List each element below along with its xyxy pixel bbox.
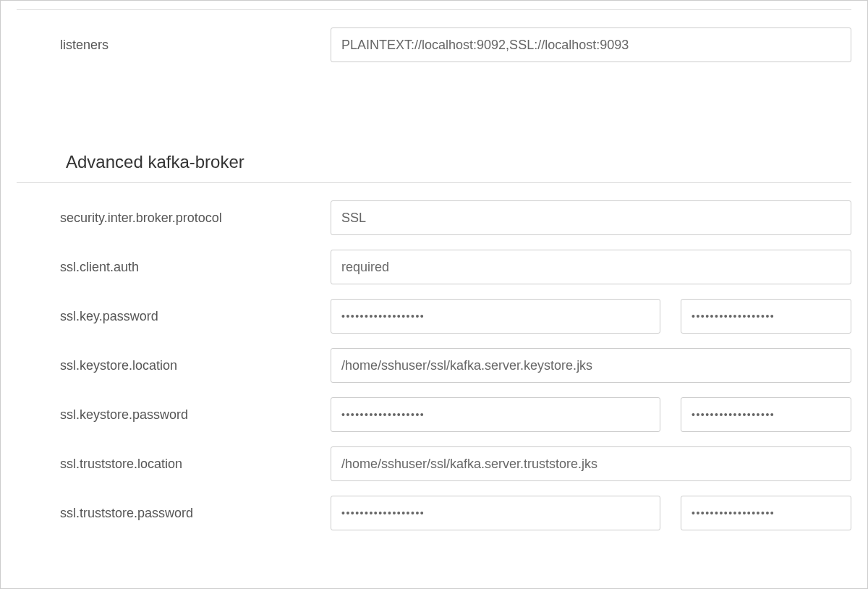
field-label: ssl.keystore.password xyxy=(60,407,331,423)
ssl-keystore-location-input[interactable] xyxy=(331,348,851,383)
config-row-ssl-truststore-password: ssl.truststore.password xyxy=(1,488,867,538)
config-row-listeners: listeners xyxy=(1,10,867,80)
ssl-keystore-password-input[interactable] xyxy=(331,397,660,432)
field-label-listeners: listeners xyxy=(60,38,331,53)
config-panel: listeners Advanced kafka-broker security… xyxy=(0,0,868,589)
field-label: security.inter.broker.protocol xyxy=(60,211,331,226)
field-label: ssl.truststore.password xyxy=(60,506,331,521)
field-label: ssl.client.auth xyxy=(60,260,331,275)
config-row-ssl-client-auth: ssl.client.auth xyxy=(1,242,867,292)
config-row-ssl-keystore-password: ssl.keystore.password xyxy=(1,390,867,439)
ssl-keystore-password-confirm-input[interactable] xyxy=(681,397,851,432)
field-label: ssl.truststore.location xyxy=(60,457,331,472)
ssl-truststore-password-confirm-input[interactable] xyxy=(681,496,851,530)
ssl-truststore-location-input[interactable] xyxy=(331,446,851,481)
config-row-ssl-truststore-location: ssl.truststore.location xyxy=(1,439,867,488)
listeners-input[interactable] xyxy=(331,27,851,62)
field-label: ssl.keystore.location xyxy=(60,358,331,373)
config-row-security-inter-broker-protocol: security.inter.broker.protocol xyxy=(1,193,867,242)
ssl-client-auth-input[interactable] xyxy=(331,250,851,284)
ssl-key-password-input[interactable] xyxy=(331,299,660,334)
ssl-truststore-password-input[interactable] xyxy=(331,496,660,530)
config-row-ssl-keystore-location: ssl.keystore.location xyxy=(1,341,867,390)
config-row-ssl-key-password: ssl.key.password xyxy=(1,292,867,341)
security-inter-broker-protocol-input[interactable] xyxy=(331,200,851,235)
ssl-key-password-confirm-input[interactable] xyxy=(681,299,851,334)
field-label: ssl.key.password xyxy=(60,309,331,324)
section-title-advanced-kafka-broker: Advanced kafka-broker xyxy=(17,123,851,183)
